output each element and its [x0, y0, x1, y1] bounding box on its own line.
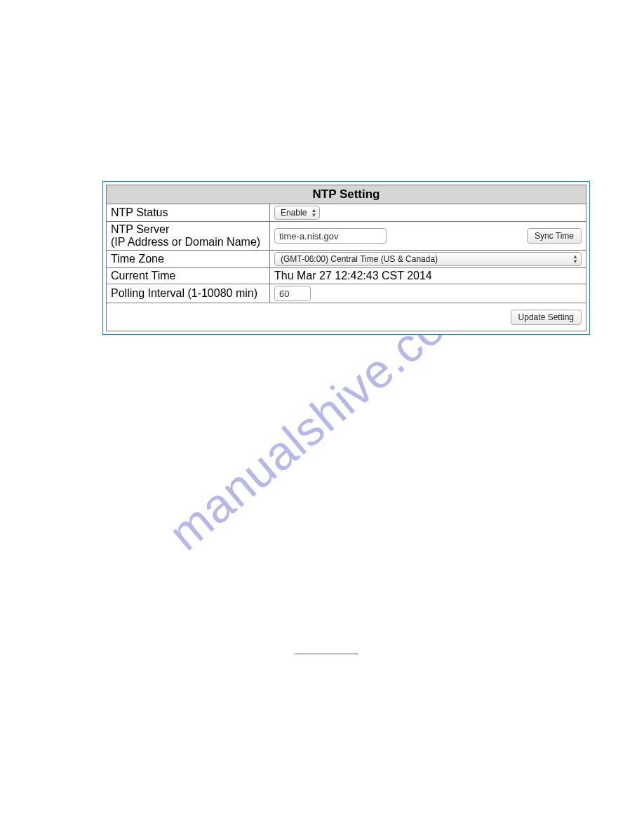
- page-divider: [295, 654, 358, 654]
- ntp-status-label: NTP Status: [107, 204, 270, 222]
- chevron-updown-icon: ▲▼: [572, 254, 578, 264]
- chevron-updown-icon: ▲▼: [311, 208, 316, 218]
- polling-interval-input[interactable]: [274, 286, 311, 301]
- timezone-label: Time Zone: [107, 251, 270, 268]
- update-setting-button[interactable]: Update Setting: [511, 310, 582, 325]
- polling-interval-label: Polling Interval (1-10080 min): [107, 284, 270, 303]
- current-time-value: Thu Mar 27 12:42:43 CST 2014: [270, 268, 586, 284]
- ntp-server-label-line1: NTP Server: [111, 223, 169, 235]
- timezone-select[interactable]: (GMT-06:00) Central Time (US & Canada) ▲…: [274, 252, 582, 266]
- ntp-server-label-line2: (IP Address or Domain Name): [111, 236, 260, 248]
- ntp-server-label: NTP Server (IP Address or Domain Name): [107, 222, 270, 251]
- ntp-server-input[interactable]: [274, 228, 387, 244]
- ntp-status-select[interactable]: Enable ▲▼: [274, 206, 320, 220]
- ntp-status-value: Enable: [281, 207, 307, 218]
- current-time-label: Current Time: [107, 268, 270, 284]
- timezone-value: (GMT-06:00) Central Time (US & Canada): [281, 253, 438, 265]
- panel-title: NTP Setting: [107, 185, 586, 204]
- ntp-settings-table: NTP Setting NTP Status Enable ▲▼ NTP Ser…: [106, 185, 586, 331]
- sync-time-button[interactable]: Sync Time: [527, 228, 582, 244]
- ntp-settings-panel: NTP Setting NTP Status Enable ▲▼ NTP Ser…: [102, 181, 590, 335]
